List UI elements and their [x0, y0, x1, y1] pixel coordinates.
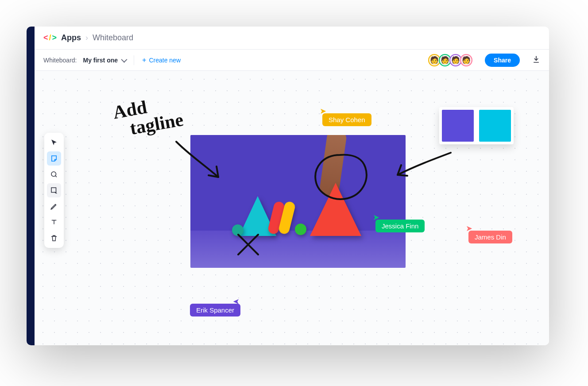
- avatar[interactable]: 🧑: [460, 54, 472, 66]
- cursor-label: Jessica Finn: [375, 220, 425, 232]
- chevron-right-icon: ›: [85, 33, 88, 42]
- cursor-jessica: ➤ Jessica Finn: [375, 212, 425, 232]
- subbar: Whiteboard: My first one + Create new 🧑 …: [35, 50, 549, 71]
- left-accent-bar: [27, 27, 35, 345]
- svg-point-0: [51, 172, 56, 177]
- breadcrumb: Apps › Whiteboard: [61, 33, 133, 42]
- swatch-cyan[interactable]: [479, 110, 511, 142]
- image-teal-sphere: [232, 224, 244, 236]
- tool-tray: [44, 133, 64, 248]
- svg-rect-1: [51, 188, 56, 193]
- sticky-note-tool[interactable]: [47, 151, 61, 166]
- share-button[interactable]: Share: [485, 54, 520, 67]
- board-selector-value: My first one: [83, 57, 118, 64]
- main-column: < / > Apps › Whiteboard Whiteboard: My f…: [35, 27, 549, 345]
- cursor-shay: ➤ Shay Cohen: [322, 106, 371, 126]
- cursor-icon: ➤: [233, 297, 240, 305]
- app-frame: < / > Apps › Whiteboard Whiteboard: My f…: [27, 27, 549, 345]
- cursor-icon: ➤: [373, 213, 379, 221]
- cursor-james: ➤ James Din: [468, 224, 512, 243]
- create-new-label: Create new: [149, 57, 181, 64]
- divider: [134, 55, 134, 65]
- presence-avatars[interactable]: 🧑 🧑 🧑 🧑: [430, 54, 472, 66]
- breadcrumb-apps[interactable]: Apps: [61, 33, 81, 42]
- board-selector[interactable]: My first one: [83, 57, 126, 64]
- canvas-image[interactable]: [190, 135, 406, 268]
- lasso-tool[interactable]: [47, 167, 61, 181]
- cursor-erik: ➤ Erik Spancer: [185, 297, 240, 317]
- delete-tool[interactable]: [47, 231, 61, 245]
- create-new-button[interactable]: + Create new: [142, 57, 181, 64]
- cursor-label: Shay Cohen: [322, 113, 371, 126]
- color-swatches[interactable]: [439, 107, 514, 144]
- pen-tool[interactable]: [47, 199, 61, 213]
- text-tool[interactable]: [47, 215, 61, 229]
- download-icon[interactable]: [532, 55, 540, 65]
- breadcrumb-page: Whiteboard: [93, 33, 133, 42]
- handwriting-annotation: Add tagline: [112, 92, 185, 140]
- image-green-sphere: [295, 224, 306, 235]
- whiteboard-canvas[interactable]: Add tagline: [35, 71, 549, 345]
- chevron-down-icon: [121, 56, 127, 62]
- plus-icon: +: [142, 57, 146, 64]
- whiteboard-label: Whiteboard:: [43, 57, 77, 64]
- header: < / > Apps › Whiteboard: [35, 27, 549, 50]
- app-logo: < / >: [43, 33, 57, 42]
- image-red-triangle: [310, 183, 361, 236]
- frame-tool[interactable]: [47, 183, 61, 197]
- swatch-purple[interactable]: [442, 110, 474, 142]
- cursor-label: James Din: [468, 231, 512, 243]
- cursor-icon: ➤: [320, 107, 326, 115]
- cursor-icon: ➤: [466, 224, 472, 232]
- select-tool[interactable]: [47, 135, 61, 150]
